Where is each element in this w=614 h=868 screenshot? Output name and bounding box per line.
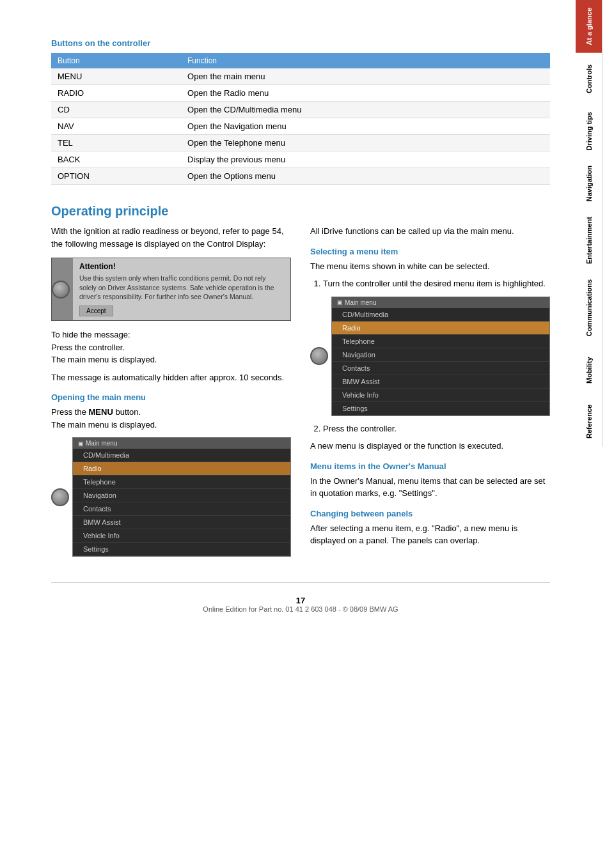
table-row: CDOpen the CD/Multimedia menu xyxy=(51,102,550,118)
menu-item[interactable]: Navigation xyxy=(332,348,549,362)
operating-principle-section: Operating principle With the ignition at… xyxy=(51,204,550,563)
menu-item[interactable]: BMW Assist xyxy=(73,516,290,529)
controller-table: Button Function MENUOpen the main menuRA… xyxy=(51,53,550,185)
menu-item[interactable]: CD/Multimedia xyxy=(73,449,290,462)
step-1: Turn the controller until the desired me… xyxy=(323,277,550,290)
sidebar-tab-mobility[interactable]: Mobility xyxy=(576,345,602,396)
sidebar-tab-entertainment[interactable]: Entertainment xyxy=(576,209,602,272)
right-intro-text: All iDrive functions can be called up vi… xyxy=(310,225,550,238)
owners-manual-text: In the Owner's Manual, menu items that c… xyxy=(310,475,550,500)
function-cell: Open the Radio menu xyxy=(181,85,550,102)
table-row: OPTIONOpen the Options menu xyxy=(51,168,550,185)
menu-screen-header-left: ▣ Main menu xyxy=(73,438,290,449)
menu-item[interactable]: Telephone xyxy=(73,476,290,489)
controller-knob-graphic xyxy=(52,281,70,298)
right-sidebar: At a glance Controls Driving tips Naviga… xyxy=(576,0,602,868)
menu-item[interactable]: Radio xyxy=(73,462,290,476)
buttons-section-title: Buttons on the controller xyxy=(51,38,550,48)
sidebar-tab-reference[interactable]: Reference xyxy=(576,396,602,447)
menu-item[interactable]: Settings xyxy=(73,543,290,556)
selecting-menu-item-text: The menu items shown in white can be sel… xyxy=(310,260,550,273)
menu-item[interactable]: Settings xyxy=(332,402,549,415)
left-column: With the ignition at radio readiness or … xyxy=(51,225,291,563)
function-cell: Open the CD/Multimedia menu xyxy=(181,102,550,118)
sidebar-tab-navigation[interactable]: Navigation xyxy=(576,158,602,209)
sidebar-tab-communications[interactable]: Communications xyxy=(576,272,602,344)
function-cell: Open the main menu xyxy=(181,68,550,85)
right-column: All iDrive functions can be called up vi… xyxy=(310,225,550,563)
page-footer: 17 Online Edition for Part no. 01 41 2 6… xyxy=(51,582,550,619)
steps-list-2: Press the controller. xyxy=(310,422,550,435)
two-column-layout: With the ignition at radio readiness or … xyxy=(51,225,550,563)
selecting-menu-item-title: Selecting a menu item xyxy=(310,247,550,256)
step-2-result: A new menu is displayed or the function … xyxy=(310,440,550,453)
sidebar-tab-at-a-glance[interactable]: At a glance xyxy=(576,0,602,53)
menu-item[interactable]: BMW Assist xyxy=(332,375,549,389)
menu-item[interactable]: Contacts xyxy=(73,502,290,516)
changing-panels-text: After selecting a menu item, e.g. "Radio… xyxy=(310,522,550,547)
button-cell: OPTION xyxy=(51,168,181,185)
auto-hidden-text: The message is automatically hidden afte… xyxy=(51,371,291,384)
menu-item[interactable]: Contacts xyxy=(332,362,549,375)
accept-button[interactable]: Accept xyxy=(79,306,113,316)
step-2: Press the controller. xyxy=(323,422,550,435)
function-cell: Open the Options menu xyxy=(181,168,550,185)
sidebar-tab-driving-tips[interactable]: Driving tips xyxy=(576,104,602,159)
sidebar-tab-controls[interactable]: Controls xyxy=(576,53,602,104)
button-cell: BACK xyxy=(51,151,181,168)
table-header-function: Function xyxy=(181,53,550,68)
menu-item[interactable]: Vehicle Info xyxy=(73,529,290,543)
opening-main-menu-title: Opening the main menu xyxy=(51,392,291,402)
attention-screen: Attention! Use this system only when tra… xyxy=(51,258,291,321)
table-row: MENUOpen the main menu xyxy=(51,68,550,85)
menu-item[interactable]: Navigation xyxy=(73,489,290,502)
menu-item[interactable]: Vehicle Info xyxy=(332,389,549,402)
main-content: Buttons on the controller Button Functio… xyxy=(0,0,576,868)
button-cell: TEL xyxy=(51,135,181,151)
steps-list: Turn the controller until the desired me… xyxy=(310,277,550,290)
main-menu-screen-right: ▣ Main menu CD/MultimediaRadioTelephoneN… xyxy=(310,297,550,416)
menu-screen-header-right: ▣ Main menu xyxy=(332,297,549,308)
table-header-button: Button xyxy=(51,53,181,68)
button-cell: RADIO xyxy=(51,85,181,102)
owners-manual-title: Menu items in the Owner's Manual xyxy=(310,461,550,471)
menu-bold: MENU xyxy=(89,407,113,417)
footer-text: Online Edition for Part no. 01 41 2 603 … xyxy=(51,605,550,613)
buttons-section: Buttons on the controller Button Functio… xyxy=(51,38,550,185)
menu-box-right: ▣ Main menu CD/MultimediaRadioTelephoneN… xyxy=(331,297,550,416)
menu-item[interactable]: Telephone xyxy=(332,335,549,348)
button-cell: MENU xyxy=(51,68,181,85)
changing-panels-title: Changing between panels xyxy=(310,509,550,518)
table-row: BACKDisplay the previous menu xyxy=(51,151,550,168)
main-menu-screen-left: ▣ Main menu CD/MultimediaRadioTelephoneN… xyxy=(51,437,291,557)
function-cell: Display the previous menu xyxy=(181,151,550,168)
attention-text: Use this system only when traffic condit… xyxy=(79,274,284,302)
button-cell: CD xyxy=(51,102,181,118)
menu-box-left: ▣ Main menu CD/MultimediaRadioTelephoneN… xyxy=(72,437,291,557)
menu-item[interactable]: Radio xyxy=(332,322,549,335)
table-row: TELOpen the Telephone menu xyxy=(51,135,550,151)
intro-text: With the ignition at radio readiness or … xyxy=(51,225,291,250)
attention-title: Attention! xyxy=(79,262,284,271)
menu-item[interactable]: CD/Multimedia xyxy=(332,308,549,322)
button-cell: NAV xyxy=(51,118,181,135)
hide-message-text: To hide the message: Press the controlle… xyxy=(51,329,291,366)
controller-knob-right xyxy=(310,347,328,365)
page-container: Buttons on the controller Button Functio… xyxy=(0,0,614,868)
operating-principle-title: Operating principle xyxy=(51,204,550,219)
page-number: 17 xyxy=(51,596,550,605)
controller-knob-left xyxy=(51,488,69,506)
function-cell: Open the Navigation menu xyxy=(181,118,550,135)
table-row: NAVOpen the Navigation menu xyxy=(51,118,550,135)
function-cell: Open the Telephone menu xyxy=(181,135,550,151)
table-row: RADIOOpen the Radio menu xyxy=(51,85,550,102)
opening-main-menu-text: Press the MENU button. The main menu is … xyxy=(51,406,291,431)
